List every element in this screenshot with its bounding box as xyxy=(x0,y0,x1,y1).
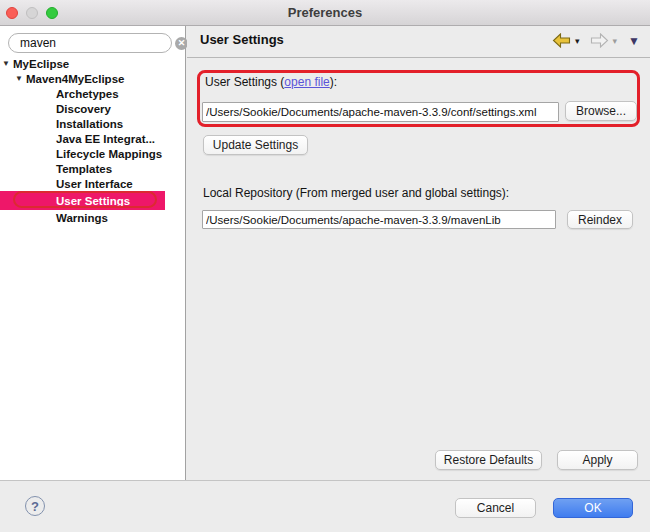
title-bar: Preferences xyxy=(0,0,650,26)
user-settings-label: User Settings (open file): xyxy=(205,75,337,89)
tree-item-user-settings[interactable]: User Settings xyxy=(0,191,165,210)
view-menu-icon[interactable]: ▼ xyxy=(628,34,640,48)
tree-item-label: Archetypes xyxy=(56,88,119,100)
ok-button[interactable]: OK xyxy=(553,498,633,518)
tree-item-archetypes[interactable]: Archetypes xyxy=(0,86,184,101)
local-repository-label: Local Repository (From merged user and g… xyxy=(203,186,509,200)
search-input[interactable] xyxy=(20,36,175,50)
open-file-link[interactable]: open file xyxy=(284,75,329,89)
tree-item-user-interface[interactable]: User Interface xyxy=(0,176,184,191)
tree-item-label: Installations xyxy=(56,118,123,130)
preferences-sidebar: ✕ ▼ MyEclipse ▼ Maven4MyEclipse Archetyp… xyxy=(0,26,186,480)
filter-search-box[interactable]: ✕ xyxy=(8,33,172,53)
label-text: User Settings ( xyxy=(205,75,284,89)
tree-item-lifecycle-mappings[interactable]: Lifecycle Mappings xyxy=(0,146,184,161)
tree-item-label: User Settings xyxy=(56,195,130,207)
page-navigation: ▾ ▾ ▼ xyxy=(552,33,640,48)
tree-item-label: User Interface xyxy=(56,178,133,190)
tree-item-label: Discovery xyxy=(56,103,111,115)
disclosure-triangle-icon[interactable]: ▼ xyxy=(15,74,26,83)
settings-path-field[interactable] xyxy=(202,102,559,122)
restore-defaults-button[interactable]: Restore Defaults xyxy=(435,450,542,470)
tree-item-label: Java EE Integrat... xyxy=(56,133,155,145)
label-text: ): xyxy=(330,75,337,89)
apply-button[interactable]: Apply xyxy=(557,450,638,470)
browse-button[interactable]: Browse... xyxy=(565,101,637,121)
preferences-tree: ▼ MyEclipse ▼ Maven4MyEclipse Archetypes… xyxy=(0,56,184,225)
tree-item-templates[interactable]: Templates xyxy=(0,161,184,176)
local-repository-field[interactable] xyxy=(202,210,556,229)
tree-item-label: Warnings xyxy=(56,212,108,224)
user-settings-panel: User Settings ▾ ▾ ▼ User Settings (open … xyxy=(187,26,650,480)
disclosure-triangle-icon[interactable]: ▼ xyxy=(2,59,13,68)
back-menu-caret-icon[interactable]: ▾ xyxy=(575,36,580,46)
window-title: Preferences xyxy=(0,5,650,20)
dialog-footer: ? Cancel OK xyxy=(0,480,650,532)
help-icon[interactable]: ? xyxy=(25,496,45,516)
update-settings-button[interactable]: Update Settings xyxy=(203,135,308,155)
tree-item-java-ee-integration[interactable]: Java EE Integrat... xyxy=(0,131,184,146)
tree-item-maven4myeclipse[interactable]: ▼ Maven4MyEclipse xyxy=(0,71,184,86)
tree-item-myeclipse[interactable]: ▼ MyEclipse xyxy=(0,56,184,71)
tree-item-label: MyEclipse xyxy=(13,58,69,70)
back-icon[interactable] xyxy=(552,33,571,48)
tree-item-label: Lifecycle Mappings xyxy=(56,148,162,160)
tree-item-label: Maven4MyEclipse xyxy=(26,73,124,85)
header-divider xyxy=(187,57,650,58)
tree-item-label: Templates xyxy=(56,163,112,175)
reindex-button[interactable]: Reindex xyxy=(567,210,633,229)
tree-item-discovery[interactable]: Discovery xyxy=(0,101,184,116)
tree-item-warnings[interactable]: Warnings xyxy=(0,210,184,225)
cancel-button[interactable]: Cancel xyxy=(455,498,536,518)
forward-icon xyxy=(590,33,609,48)
forward-menu-caret-icon: ▾ xyxy=(613,36,618,46)
page-title: User Settings xyxy=(200,32,284,47)
tree-item-installations[interactable]: Installations xyxy=(0,116,184,131)
